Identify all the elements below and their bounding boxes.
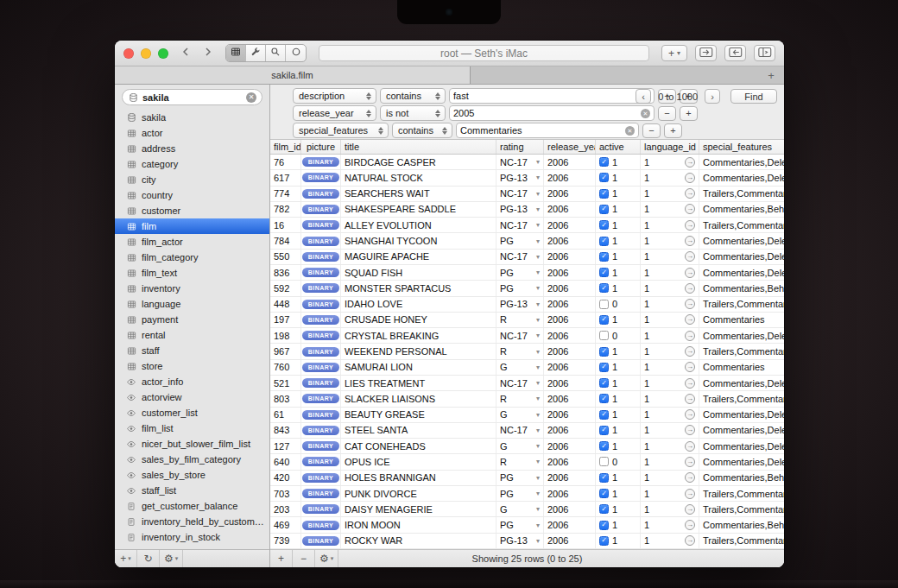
cell-release-year[interactable]: 2006: [544, 202, 596, 217]
cell-special-features[interactable]: Trailers,Commentar: [699, 218, 784, 232]
cell-language-id[interactable]: 1→: [641, 502, 699, 516]
checkbox-checked-icon[interactable]: ✓: [599, 252, 609, 262]
checkbox-checked-icon[interactable]: ✓: [599, 205, 609, 214]
foreign-key-link-icon[interactable]: →: [685, 425, 695, 435]
table-row[interactable]: 61BINARYBEAUTY GREASEG▾2006✓11→Commentar…: [270, 408, 784, 423]
cell-picture[interactable]: BINARY: [301, 233, 341, 248]
enum-dropdown-icon[interactable]: ▾: [536, 395, 540, 402]
enum-dropdown-icon[interactable]: ▾: [536, 190, 540, 198]
filter-field-select[interactable]: release_year: [293, 105, 376, 121]
table-row[interactable]: 198BINARYCRYSTAL BREAKINGNC-17▾200601→Co…: [270, 328, 784, 344]
cell-picture[interactable]: BINARY: [301, 170, 341, 185]
foreign-key-link-icon[interactable]: →: [685, 457, 695, 467]
cell-title[interactable]: MONSTER SPARTACUS: [341, 281, 496, 295]
sidebar-item-inventory_in_stock[interactable]: inventory_in_stock: [115, 529, 269, 545]
cell-active[interactable]: 0: [596, 297, 641, 312]
cell-active[interactable]: ✓1: [596, 265, 641, 280]
column-header-film_id[interactable]: film_id: [270, 140, 301, 154]
cell-picture[interactable]: BINARY: [301, 218, 341, 232]
column-header-picture[interactable]: picture: [301, 140, 341, 154]
foreign-key-link-icon[interactable]: →: [685, 441, 695, 452]
cell-title[interactable]: NATURAL STOCK: [341, 170, 496, 185]
checkbox-checked-icon[interactable]: ✓: [599, 441, 609, 451]
cell-active[interactable]: ✓1: [596, 250, 641, 264]
cell-picture[interactable]: BINARY: [301, 360, 341, 375]
cell-picture[interactable]: BINARY: [301, 517, 341, 532]
add-row-button[interactable]: +: [270, 550, 293, 567]
cell-special-features[interactable]: Commentaries,Dele: [699, 250, 784, 264]
checkbox-checked-icon[interactable]: ✓: [599, 536, 609, 546]
cell-rating[interactable]: PG▾: [496, 265, 544, 280]
checkbox-checked-icon[interactable]: ✓: [599, 473, 609, 483]
table-row[interactable]: 127BINARYCAT CONEHEADSG▾2006✓11→Commenta…: [270, 439, 784, 454]
sidebar-item-category[interactable]: category: [115, 156, 269, 172]
cell-picture[interactable]: BINARY: [301, 313, 341, 327]
cell-active[interactable]: ✓1: [596, 218, 641, 232]
cell-rating[interactable]: NC-17▾: [496, 423, 544, 438]
cell-film-id[interactable]: 521: [270, 376, 301, 390]
cell-active[interactable]: ✓1: [596, 471, 641, 485]
cell-rating[interactable]: NC-17▾: [496, 250, 544, 264]
cell-rating[interactable]: G▾: [496, 360, 544, 375]
forward-button[interactable]: [199, 45, 217, 62]
sidebar-item-actor_info[interactable]: actor_info: [115, 374, 269, 389]
cell-special-features[interactable]: Commentaries,Dele: [699, 439, 784, 453]
import-session-button[interactable]: [695, 45, 717, 61]
foreign-key-link-icon[interactable]: →: [685, 409, 695, 420]
table-row[interactable]: 803BINARYSLACKER LIAISONSR▾2006✓11→Trail…: [270, 391, 784, 407]
checkbox-checked-icon[interactable]: ✓: [599, 410, 609, 420]
enum-dropdown-icon[interactable]: ▾: [536, 253, 540, 261]
remove-filter-button[interactable]: −: [658, 106, 676, 121]
cell-special-features[interactable]: Commentaries: [699, 313, 784, 327]
table-content-button[interactable]: [226, 45, 246, 61]
cell-language-id[interactable]: 1→: [641, 281, 699, 295]
sidebar-item-inventory_held_by_custom…[interactable]: inventory_held_by_custom…: [115, 514, 269, 529]
table-row[interactable]: 550BINARYMAGUIRE APACHENC-17▾2006✓11→Com…: [270, 250, 784, 265]
cell-language-id[interactable]: 1→: [641, 376, 699, 390]
cell-release-year[interactable]: 2006: [544, 328, 596, 343]
enum-dropdown-icon[interactable]: ▾: [536, 348, 540, 356]
cell-rating[interactable]: R▾: [496, 313, 544, 327]
filter-operator-select[interactable]: contains: [380, 88, 446, 104]
cell-title[interactable]: DAISY MENAGERIE: [341, 502, 496, 516]
cell-film-id[interactable]: 76: [270, 155, 301, 169]
cell-rating[interactable]: G▾: [496, 408, 544, 422]
sidebar-item-actorview[interactable]: actorview: [115, 389, 269, 405]
cell-release-year[interactable]: 2006: [544, 360, 596, 375]
cell-title[interactable]: BIRDCAGE CASPER: [341, 155, 496, 169]
cell-language-id[interactable]: 1→: [641, 439, 699, 453]
enum-dropdown-icon[interactable]: ▾: [536, 284, 540, 292]
table-row[interactable]: 203BINARYDAISY MENAGERIEG▾2006✓11→Traile…: [270, 502, 784, 517]
query-search-button[interactable]: [266, 45, 286, 61]
cell-active[interactable]: ✓1: [596, 170, 641, 185]
cell-rating[interactable]: R▾: [496, 344, 544, 358]
cell-special-features[interactable]: Commentaries,Dele: [699, 265, 784, 280]
cell-title[interactable]: IDAHO LOVE: [341, 297, 496, 312]
cell-language-id[interactable]: 1→: [641, 265, 699, 280]
foreign-key-link-icon[interactable]: →: [685, 236, 695, 246]
add-filter-button[interactable]: +: [664, 123, 682, 138]
column-header-language_id[interactable]: language_id: [641, 140, 699, 154]
cell-rating[interactable]: PG-13▾: [496, 170, 544, 185]
cell-special-features[interactable]: Commentaries,Dele: [699, 408, 784, 422]
sidebar-item-film_actor[interactable]: film_actor: [115, 234, 269, 250]
cell-rating[interactable]: G▾: [496, 439, 544, 453]
foreign-key-link-icon[interactable]: →: [685, 251, 695, 262]
checkbox-unchecked-icon[interactable]: [599, 331, 609, 340]
cell-special-features[interactable]: Commentaries: [699, 360, 784, 375]
cell-release-year[interactable]: 2006: [544, 471, 596, 485]
table-row[interactable]: 448BINARYIDAHO LOVEPG-13▾200601→Trailers…: [270, 297, 784, 313]
cell-language-id[interactable]: 1→: [641, 408, 699, 422]
minimize-window-button[interactable]: [141, 48, 151, 59]
checkbox-unchecked-icon[interactable]: [599, 457, 609, 466]
cell-release-year[interactable]: 2006: [544, 439, 596, 453]
table-row[interactable]: 967BINARYWEEKEND PERSONALR▾2006✓11→Trail…: [270, 344, 784, 359]
cell-rating[interactable]: PG-13▾: [496, 202, 544, 217]
cell-special-features[interactable]: Commentaries,Dele: [699, 423, 784, 438]
cell-film-id[interactable]: 198: [270, 328, 301, 343]
foreign-key-link-icon[interactable]: →: [685, 173, 695, 183]
cell-rating[interactable]: PG▾: [496, 233, 544, 248]
sidebar-item-customer_list[interactable]: customer_list: [115, 405, 269, 420]
checkbox-checked-icon[interactable]: ✓: [599, 347, 609, 357]
cell-release-year[interactable]: 2006: [544, 297, 596, 312]
